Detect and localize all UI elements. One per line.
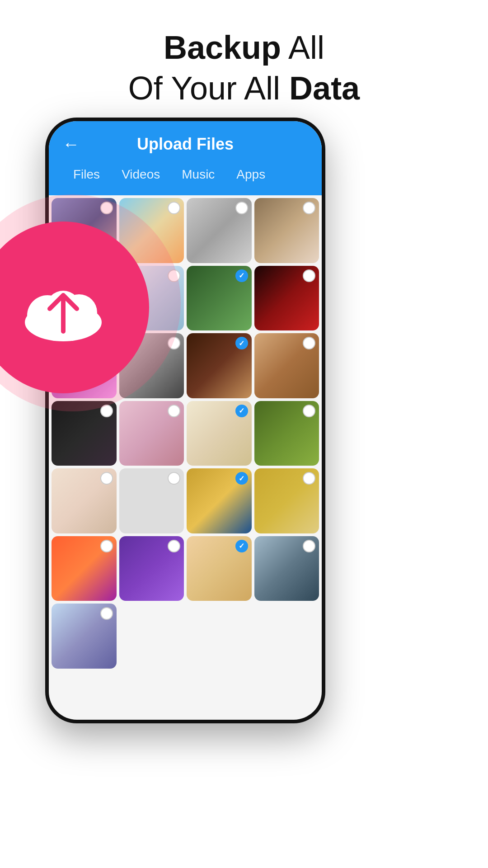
- select-checkbox[interactable]: [303, 540, 315, 552]
- app-tabs: Files Videos Music Apps: [62, 163, 308, 195]
- select-checkbox[interactable]: [100, 607, 113, 620]
- grid-item[interactable]: [187, 266, 252, 331]
- grid-item[interactable]: [119, 401, 184, 466]
- page-header: Backup All Of Your All Data: [0, 0, 488, 127]
- select-checkbox[interactable]: [235, 540, 248, 552]
- select-checkbox[interactable]: [235, 269, 248, 282]
- select-checkbox[interactable]: [235, 405, 248, 417]
- tab-apps[interactable]: Apps: [225, 163, 276, 186]
- grid-item[interactable]: [254, 333, 319, 398]
- header-title: Backup All Of Your All Data: [0, 27, 488, 108]
- tab-files[interactable]: Files: [62, 163, 111, 186]
- tab-videos[interactable]: Videos: [111, 163, 171, 186]
- select-checkbox[interactable]: [303, 472, 315, 485]
- select-checkbox[interactable]: [303, 269, 315, 282]
- grid-item[interactable]: [52, 536, 117, 601]
- grid-item[interactable]: [119, 536, 184, 601]
- select-checkbox[interactable]: [168, 472, 180, 485]
- grid-item[interactable]: [254, 468, 319, 533]
- grid-item[interactable]: [254, 401, 319, 466]
- grid-item[interactable]: [187, 536, 252, 601]
- grid-item[interactable]: [187, 468, 252, 533]
- select-checkbox[interactable]: [235, 202, 248, 214]
- grid-item[interactable]: [187, 333, 252, 398]
- upload-cloud-icon: [20, 273, 106, 343]
- grid-item[interactable]: [254, 198, 319, 263]
- grid-item[interactable]: [187, 401, 252, 466]
- tab-music[interactable]: Music: [171, 163, 225, 186]
- app-title: Upload Files: [137, 135, 234, 154]
- select-checkbox[interactable]: [168, 540, 180, 552]
- grid-item[interactable]: [52, 604, 117, 669]
- select-checkbox[interactable]: [168, 405, 180, 417]
- select-checkbox[interactable]: [303, 405, 315, 417]
- grid-item[interactable]: [119, 468, 184, 533]
- select-checkbox[interactable]: [235, 472, 248, 485]
- grid-item[interactable]: [187, 198, 252, 263]
- grid-item[interactable]: [254, 536, 319, 601]
- select-checkbox[interactable]: [100, 540, 113, 552]
- select-checkbox[interactable]: [168, 202, 180, 214]
- grid-item[interactable]: [254, 266, 319, 331]
- select-checkbox[interactable]: [100, 472, 113, 485]
- select-checkbox[interactable]: [303, 202, 315, 214]
- select-checkbox[interactable]: [303, 337, 315, 349]
- select-checkbox[interactable]: [235, 337, 248, 349]
- back-button[interactable]: ←: [62, 135, 80, 154]
- app-header: ← Upload Files Files Videos Music Apps: [49, 121, 322, 195]
- grid-item[interactable]: [52, 468, 117, 533]
